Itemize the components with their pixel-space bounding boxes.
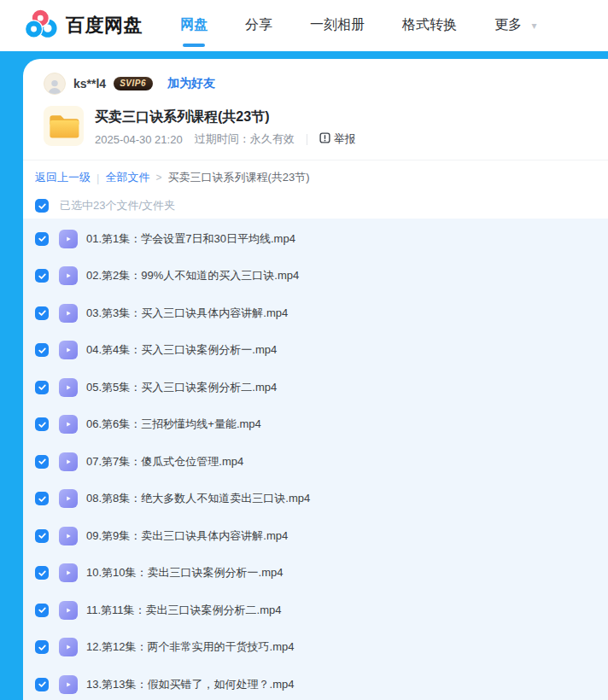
share-date: 2025-04-30 21:20: [95, 133, 183, 146]
selection-summary: 已选中23个文件/文件夹: [60, 198, 175, 213]
select-all-checkbox[interactable]: [35, 199, 49, 213]
breadcrumb-separator: |: [96, 172, 99, 184]
video-file-icon: [59, 675, 78, 694]
file-row[interactable]: 10.第10集：卖出三口诀案例分析一.mp4: [23, 555, 608, 592]
video-file-icon: [59, 378, 78, 397]
active-tab-underline: [183, 44, 205, 47]
breadcrumb-root-link[interactable]: 全部文件: [105, 170, 149, 185]
file-name[interactable]: 05.第5集：买入三口诀案例分析二.mp4: [86, 380, 277, 395]
main-nav: 网盘 分享 一刻相册 格式转换 更多 ▾: [180, 16, 536, 36]
file-name[interactable]: 08.第8集：绝大多数人不知道卖出三口诀.mp4: [86, 491, 310, 506]
file-row[interactable]: 13.第13集：假如买错了，如何处理？.mp4: [23, 666, 608, 700]
add-friend-button[interactable]: 加为好友: [167, 76, 215, 91]
share-card: ks**l4 SVIP6 加为好友: [23, 59, 608, 700]
file-checkbox[interactable]: [35, 529, 49, 543]
sharer-row: ks**l4 SVIP6 加为好友: [44, 73, 608, 95]
shared-folder-row: 买卖三口诀系列课程(共23节) 2025-04-30 21:20 过期时间：永久…: [44, 106, 608, 147]
divider: [23, 160, 608, 160]
baidu-netdisk-logo-icon: [26, 9, 58, 43]
file-name[interactable]: 12.第12集：两个非常实用的干货技巧.mp4: [86, 639, 294, 655]
report-icon: [319, 132, 330, 146]
video-file-icon: [59, 563, 78, 582]
file-name[interactable]: 10.第10集：卖出三口诀案例分析一.mp4: [86, 565, 283, 580]
file-name[interactable]: 02.第2集：99%人不知道的买入三口诀.mp4: [86, 268, 299, 283]
file-checkbox[interactable]: [35, 566, 49, 580]
page-background: ks**l4 SVIP6 加为好友: [0, 51, 608, 700]
breadcrumb-current: 买卖三口诀系列课程(共23节): [167, 170, 309, 185]
file-checkbox[interactable]: [35, 492, 49, 505]
file-checkbox[interactable]: [35, 381, 49, 394]
file-name[interactable]: 09.第9集：卖出三口诀具体内容讲解.mp4: [86, 528, 288, 544]
file-row[interactable]: 09.第9集：卖出三口诀具体内容讲解.mp4: [23, 517, 608, 555]
report-button[interactable]: 举报: [319, 131, 356, 147]
folder-info: 买卖三口诀系列课程(共23节) 2025-04-30 21:20 过期时间：永久…: [95, 106, 356, 147]
selection-header: 已选中23个文件/文件夹: [35, 197, 608, 214]
file-name[interactable]: 06.第6集：三招秒懂均线+量能.mp4: [86, 417, 261, 432]
file-row[interactable]: 12.第12集：两个非常实用的干货技巧.mp4: [23, 629, 608, 667]
file-checkbox[interactable]: [35, 604, 49, 617]
file-row[interactable]: 11.第11集：卖出三口诀案例分析二.mp4: [23, 592, 608, 629]
file-name[interactable]: 11.第11集：卖出三口诀案例分析二.mp4: [86, 603, 282, 618]
video-file-icon: [59, 527, 78, 545]
file-checkbox[interactable]: [35, 306, 49, 320]
video-file-icon: [59, 638, 78, 656]
file-row[interactable]: 08.第8集：绝大多数人不知道卖出三口诀.mp4: [23, 481, 608, 518]
file-row[interactable]: 02.第2集：99%人不知道的买入三口诀.mp4: [23, 258, 608, 295]
svip-badge: SVIP6: [114, 77, 153, 90]
file-row[interactable]: 07.第7集：傻瓜式仓位管理.mp4: [23, 443, 608, 481]
file-checkbox[interactable]: [35, 417, 49, 431]
file-checkbox[interactable]: [35, 640, 49, 654]
file-row[interactable]: 06.第6集：三招秒懂均线+量能.mp4: [23, 406, 608, 444]
file-name[interactable]: 07.第7集：傻瓜式仓位管理.mp4: [86, 454, 243, 470]
file-row[interactable]: 01.第1集：学会设置7日和30日平均线.mp4: [23, 220, 608, 258]
expire-label: 过期时间：永久有效: [195, 131, 295, 147]
video-file-icon: [59, 452, 78, 471]
file-checkbox[interactable]: [35, 678, 49, 691]
breadcrumb-chevron: >: [155, 172, 161, 184]
breadcrumb-back-link[interactable]: 返回上一级: [35, 170, 91, 185]
file-row[interactable]: 04.第4集：买入三口诀案例分析一.mp4: [23, 332, 608, 370]
avatar: [44, 73, 66, 95]
folder-icon: [44, 106, 84, 146]
top-bar: 百度网盘 网盘 分享 一刻相册 格式转换 更多 ▾: [0, 0, 608, 51]
video-file-icon: [59, 341, 78, 359]
file-checkbox[interactable]: [35, 343, 49, 357]
tab-more[interactable]: 更多 ▾: [494, 16, 536, 36]
file-list: 01.第1集：学会设置7日和30日平均线.mp4 02.第2集：99%人不知道的…: [23, 219, 608, 700]
share-title: 买卖三口诀系列课程(共23节): [95, 108, 356, 125]
file-name[interactable]: 04.第4集：买入三口诀案例分析一.mp4: [86, 342, 277, 358]
file-checkbox[interactable]: [35, 455, 49, 469]
video-file-icon: [59, 415, 78, 434]
brand[interactable]: 百度网盘: [26, 9, 143, 43]
file-name[interactable]: 01.第1集：学会设置7日和30日平均线.mp4: [86, 231, 295, 247]
tab-format-convert[interactable]: 格式转换: [402, 16, 457, 36]
breadcrumb: 返回上一级 | 全部文件 > 买卖三口诀系列课程(共23节): [35, 170, 608, 185]
video-file-icon: [59, 489, 78, 508]
brand-name: 百度网盘: [66, 13, 143, 38]
baidu-netdisk-share-page: 百度网盘 网盘 分享 一刻相册 格式转换 更多 ▾: [0, 0, 608, 700]
file-name[interactable]: 13.第13集：假如买错了，如何处理？.mp4: [86, 677, 294, 692]
file-row[interactable]: 03.第3集：买入三口诀具体内容讲解.mp4: [23, 295, 608, 332]
video-file-icon: [59, 601, 78, 620]
file-checkbox[interactable]: [35, 232, 49, 246]
file-name[interactable]: 03.第3集：买入三口诀具体内容讲解.mp4: [86, 306, 288, 321]
tab-moment-album[interactable]: 一刻相册: [310, 16, 365, 36]
tab-netdisk[interactable]: 网盘: [180, 16, 208, 36]
video-file-icon: [59, 230, 78, 248]
file-checkbox[interactable]: [35, 269, 49, 283]
sharer-name: ks**l4: [73, 77, 106, 90]
video-file-icon: [59, 266, 78, 285]
share-meta: 2025-04-30 21:20 过期时间：永久有效: [95, 131, 356, 147]
video-file-icon: [59, 304, 78, 323]
chevron-down-icon: ▾: [531, 20, 536, 32]
tab-share[interactable]: 分享: [245, 16, 272, 36]
file-row[interactable]: 05.第5集：买入三口诀案例分析二.mp4: [23, 369, 608, 406]
meta-divider: [307, 134, 307, 145]
